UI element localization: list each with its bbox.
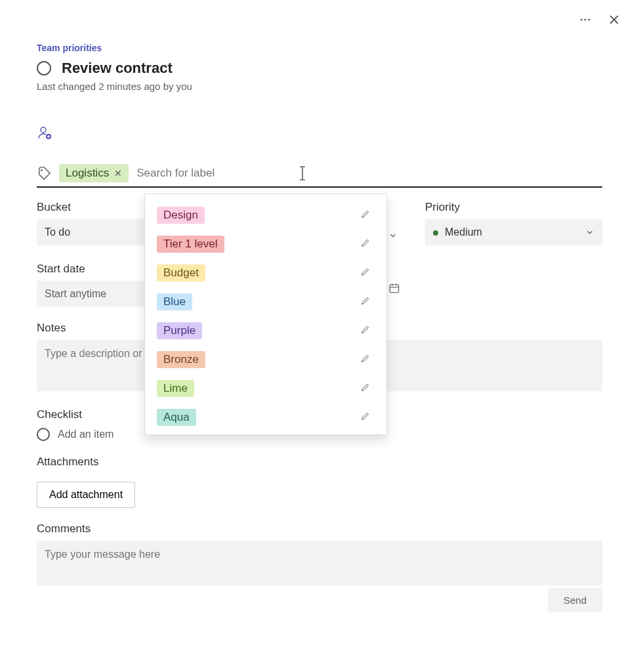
label-option-pill: Budget (157, 264, 205, 282)
comments-label: Comments (37, 522, 602, 536)
label-option[interactable]: Bronze (153, 345, 382, 374)
chevron-down-icon (388, 231, 398, 240)
label-option-pill: Bronze (157, 351, 205, 368)
task-title[interactable]: Review contract (62, 60, 173, 77)
label-option-pill: Blue (157, 293, 192, 310)
label-field[interactable]: Logistics✕ (37, 164, 602, 188)
edit-label-icon[interactable] (360, 209, 379, 222)
last-changed-text: Last changed 2 minutes ago by you (37, 81, 602, 92)
bucket-value: To do (45, 226, 70, 238)
label-option-pill: Purple (157, 322, 202, 339)
edit-label-icon[interactable] (360, 266, 379, 280)
label-option[interactable]: Lime (153, 374, 382, 403)
label-option[interactable]: Blue (153, 287, 382, 316)
label-option[interactable]: Purple (153, 316, 382, 345)
edit-label-icon[interactable] (360, 353, 379, 366)
comments-textarea[interactable] (37, 541, 602, 585)
label-search-input[interactable] (136, 167, 602, 180)
svg-point-5 (41, 169, 43, 171)
remove-label-icon[interactable]: ✕ (114, 168, 122, 178)
priority-value: Medium (445, 226, 482, 238)
label-chip[interactable]: Logistics✕ (59, 164, 129, 182)
priority-label: Priority (425, 201, 602, 214)
edit-label-icon[interactable] (360, 382, 379, 395)
complete-radio[interactable] (37, 61, 51, 75)
label-option-pill: Aqua (157, 409, 196, 426)
checklist-add-text: Add an item (58, 429, 113, 440)
label-option[interactable]: Tier 1 level (153, 230, 382, 259)
edit-label-icon[interactable] (360, 238, 379, 251)
svg-point-1 (585, 19, 587, 21)
breadcrumb[interactable]: Team priorities (37, 43, 102, 53)
label-option-pill: Design (157, 207, 205, 224)
tag-icon (37, 166, 51, 180)
add-attachment-button[interactable]: Add attachment (37, 482, 135, 508)
text-cursor-icon (299, 166, 307, 180)
svg-point-3 (41, 127, 46, 133)
svg-rect-7 (390, 285, 399, 293)
checklist-radio[interactable] (37, 428, 50, 441)
label-option[interactable]: Gray (153, 432, 382, 435)
priority-dot-icon (433, 230, 438, 236)
label-option[interactable]: Design (153, 201, 382, 230)
edit-label-icon[interactable] (360, 295, 379, 308)
label-option-pill: Lime (157, 380, 194, 397)
chevron-down-icon (585, 228, 594, 237)
attachments-label: Attachments (37, 455, 602, 469)
more-icon[interactable] (579, 13, 592, 29)
svg-point-0 (581, 19, 583, 21)
priority-select[interactable]: Medium (425, 219, 602, 245)
start-date-placeholder: Start anytime (45, 288, 106, 300)
label-option[interactable]: Budget (153, 259, 382, 287)
label-option[interactable]: Aqua (153, 403, 382, 432)
label-chip-text: Logistics (66, 167, 109, 180)
label-option-pill: Tier 1 level (157, 236, 224, 253)
edit-label-icon[interactable] (360, 411, 379, 424)
calendar-icon (388, 282, 400, 294)
send-button[interactable]: Send (548, 588, 602, 612)
close-icon[interactable] (608, 13, 621, 29)
label-dropdown[interactable]: DesignTier 1 levelBudgetBluePurpleBronze… (144, 194, 387, 435)
edit-label-icon[interactable] (360, 324, 379, 337)
assign-user-icon[interactable] (37, 125, 52, 143)
svg-point-2 (588, 19, 590, 21)
